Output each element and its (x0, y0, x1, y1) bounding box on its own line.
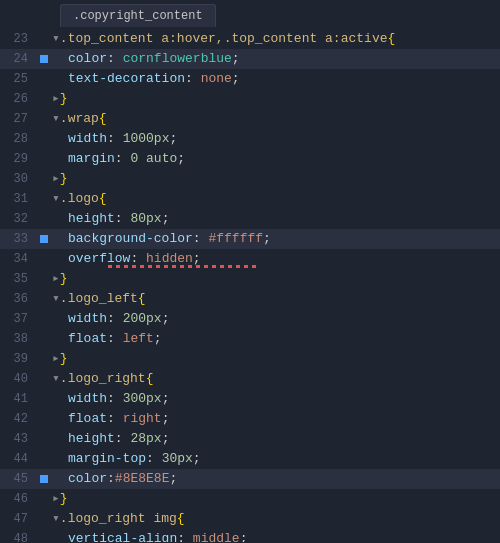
line-number: 43 (4, 429, 36, 449)
code-line: 35▸} (0, 269, 500, 289)
code-area: 23▾.top_content a:hover,.top_content a:a… (0, 27, 500, 542)
token: text-decoration (68, 71, 185, 86)
token: } (60, 91, 68, 106)
token: margin-top (68, 451, 146, 466)
code-tokens: height: 28px; (52, 429, 169, 449)
code-line: 45color:#8E8E8E; (0, 469, 500, 489)
breakpoint-indicator (40, 55, 48, 63)
line-number: 28 (4, 129, 36, 149)
code-line: 27▾.wrap{ (0, 109, 500, 129)
code-tokens: width: 300px; (52, 389, 169, 409)
token: : (146, 451, 162, 466)
code-tokens: ▸} (52, 269, 68, 289)
code-line: 23▾.top_content a:hover,.top_content a:a… (0, 29, 500, 49)
line-number: 23 (4, 29, 36, 49)
code-line: 32height: 80px; (0, 209, 500, 229)
token: } (60, 491, 68, 506)
code-line: 37width: 200px; (0, 309, 500, 329)
token: { (99, 191, 107, 206)
code-tokens: background-color: #ffffff; (52, 229, 271, 249)
token: ; (162, 311, 170, 326)
line-number: 30 (4, 169, 36, 189)
token: ; (177, 151, 185, 166)
token: .wrap (60, 111, 99, 126)
code-line: 38float: left; (0, 329, 500, 349)
code-tokens: height: 80px; (52, 209, 169, 229)
code-tokens: ▾.top_content a:hover,.top_content a:act… (52, 29, 395, 49)
line-number: 32 (4, 209, 36, 229)
token: background-color (68, 231, 193, 246)
token: : (185, 71, 201, 86)
token: ▸ (52, 91, 60, 106)
token: right (123, 411, 162, 426)
line-number: 26 (4, 89, 36, 109)
token: ; (169, 471, 177, 486)
tab-bar: .copyright_content (0, 0, 500, 27)
token: ▸ (52, 271, 60, 286)
token: : (107, 471, 115, 486)
code-line: 26▸} (0, 89, 500, 109)
line-number: 24 (4, 49, 36, 69)
code-line: 41width: 300px; (0, 389, 500, 409)
line-number: 47 (4, 509, 36, 529)
code-tokens: ▾.logo_right{ (52, 369, 153, 389)
squiggle-underline (108, 265, 258, 268)
token: height (68, 211, 115, 226)
token: ; (232, 51, 240, 66)
code-line: 43height: 28px; (0, 429, 500, 449)
token: ; (169, 131, 177, 146)
token: : (115, 211, 131, 226)
token: : (107, 391, 123, 406)
code-line: 30▸} (0, 169, 500, 189)
code-line: 48vertical-align: middle; (0, 529, 500, 542)
gutter-icon (36, 475, 52, 483)
token: } (60, 171, 68, 186)
token: ; (240, 531, 248, 542)
line-number: 42 (4, 409, 36, 429)
line-number: 35 (4, 269, 36, 289)
token: width (68, 311, 107, 326)
token: : (115, 431, 131, 446)
token: .logo_right img (60, 511, 177, 526)
code-tokens: ▾.logo{ (52, 189, 107, 209)
code-tokens: ▾.logo_right img{ (52, 509, 185, 529)
token: : (130, 251, 146, 266)
token: ▾ (52, 371, 60, 386)
token: ; (162, 411, 170, 426)
token: { (387, 31, 395, 46)
gutter-icon (36, 55, 52, 63)
token: float (68, 331, 107, 346)
code-tokens: width: 200px; (52, 309, 169, 329)
token: #8E8E8E (115, 471, 170, 486)
token: .top_content a:hover,.top_content a:acti… (60, 31, 388, 46)
token: { (146, 371, 154, 386)
token: 0 auto (130, 151, 177, 166)
active-tab[interactable]: .copyright_content (60, 4, 216, 27)
code-tokens: text-decoration: none; (52, 69, 240, 89)
line-number: 34 (4, 249, 36, 269)
token: : (107, 311, 123, 326)
code-line: 46▸} (0, 489, 500, 509)
token: left (123, 331, 154, 346)
token: 1000px (123, 131, 170, 146)
token: : (115, 151, 131, 166)
token: #ffffff (208, 231, 263, 246)
token: : (107, 411, 123, 426)
token: ; (162, 431, 170, 446)
token: : (107, 131, 123, 146)
token: ▸ (52, 351, 60, 366)
token: 28px (130, 431, 161, 446)
token: 30px (162, 451, 193, 466)
token: ; (193, 251, 201, 266)
code-line: 28width: 1000px; (0, 129, 500, 149)
code-line: 40▾.logo_right{ (0, 369, 500, 389)
token: cornflowerblue (123, 51, 232, 66)
token: { (177, 511, 185, 526)
token: : (107, 331, 123, 346)
editor: 23▾.top_content a:hover,.top_content a:a… (0, 27, 500, 542)
code-tokens: ▸} (52, 169, 68, 189)
token: } (60, 271, 68, 286)
code-line: 29margin: 0 auto; (0, 149, 500, 169)
token: ▸ (52, 171, 60, 186)
code-tokens: ▾.logo_left{ (52, 289, 146, 309)
